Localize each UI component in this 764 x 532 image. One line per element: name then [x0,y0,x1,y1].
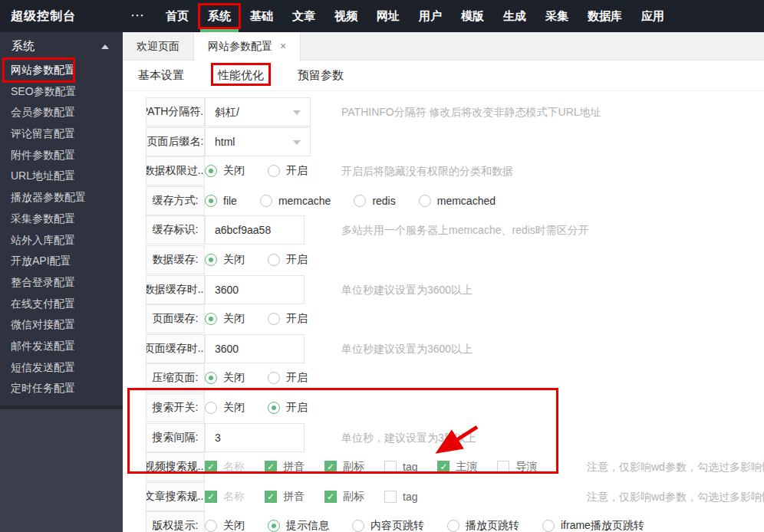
radio-redis[interactable]: redis [354,195,395,207]
topnav-item-应用[interactable]: 应用 [634,0,672,32]
more-icon[interactable]: ⋯ [130,0,146,32]
sidebar-item-短信发送配置[interactable]: 短信发送配置 [0,357,123,379]
topnav-item-生成[interactable]: 生成 [496,0,534,32]
sidebar-item-邮件发送配置[interactable]: 邮件发送配置 [0,336,123,357]
radio-icon [205,402,217,414]
topnav-item-首页[interactable]: 首页 [158,0,196,32]
sidebar-item-定时任务配置[interactable]: 定时任务配置 [0,378,123,399]
sidebar-item-整合登录配置[interactable]: 整合登录配置 [0,272,123,294]
field-hint: 注意，仅影响wd参数，勾选过多影响性能， [587,452,764,481]
checkbox-导演[interactable]: 导演 [497,460,537,474]
field-hint: 多站共用一个服务器上memcache、redis时需区分开 [341,215,589,245]
checkbox-label: 副标 [343,490,364,504]
topnav-item-视频[interactable]: 视频 [327,0,365,32]
sidebar-item-SEO参数配置[interactable]: SEO参数配置 [0,81,123,103]
select-PATH分隔符[interactable]: 斜杠/ [205,97,311,126]
radio-开启[interactable]: 开启 [268,371,308,385]
checkbox-label: 名称 [223,460,245,474]
sidebar-item-网站参数配置[interactable]: 网站参数配置 [0,60,123,81]
select-页面后缀名[interactable]: html [205,127,311,156]
tab-欢迎页面[interactable]: 欢迎页面 [123,32,194,61]
input-页面缓存时[interactable] [205,334,305,363]
sidebar-item-附件参数配置[interactable]: 附件参数配置 [0,145,123,166]
checkbox-tag[interactable]: tag [384,491,417,503]
radio-icon [205,520,217,532]
radio-关闭[interactable]: 关闭 [205,401,245,415]
checkbox-拼音[interactable]: ✓拼音 [265,490,305,504]
field-label: 页面缓存时... [146,334,205,363]
radio-label: 关闭 [223,164,245,178]
radio-label: 开启 [286,371,308,385]
top-navbar: 超级控制台 ⋯ 首页系统基础文章视频网址用户模版生成采集数据库应用 [0,0,764,32]
settings-subtabs: 基本设置性能优化预留参数 [123,61,764,91]
sidebar-item-开放API配置[interactable]: 开放API配置 [0,251,123,272]
radio-关闭[interactable]: 关闭 [205,371,245,385]
checkbox-名称[interactable]: ✓名称 [205,460,245,474]
sidebar-item-会员参数配置[interactable]: 会员参数配置 [0,102,123,123]
subtab-性能优化[interactable]: 性能优化 [218,68,264,83]
radio-播放页跳转[interactable]: 播放页跳转 [447,519,519,532]
sidebar-item-采集参数配置[interactable]: 采集参数配置 [0,209,123,230]
tab-网站参数配置[interactable]: 网站参数配置× [194,32,301,61]
form-row-文章搜索规: 文章搜索规...✓名称✓拼音✓副标tag注意，仅影响wd参数，勾选过多影响性能， [123,482,764,511]
checkbox-icon: ✓ [437,461,450,473]
topnav-item-用户[interactable]: 用户 [411,0,450,32]
radio-关闭[interactable]: 关闭 [205,164,245,178]
field-control [205,334,305,363]
input-搜索间隔[interactable] [205,423,305,452]
radio-icon [268,520,280,532]
input-缓存标识[interactable] [205,215,305,245]
field-hint: 单位秒，建议设置为3秒以上 [341,423,476,452]
radio-icon [268,165,280,177]
topnav-item-采集[interactable]: 采集 [538,0,576,32]
field-label: 搜索间隔: [146,423,205,452]
topnav-item-模版[interactable]: 模版 [453,0,492,32]
radio-开启[interactable]: 开启 [268,312,308,326]
radio-icon [542,520,555,532]
field-hint: 注意，仅影响wd参数，勾选过多影响性能， [587,482,764,511]
topnav-item-网址[interactable]: 网址 [369,0,407,32]
checkbox-拼音[interactable]: ✓拼音 [265,460,305,474]
subtab-基本设置[interactable]: 基本设置 [138,68,184,83]
radio-icon [260,195,272,207]
checkbox-名称[interactable]: ✓名称 [205,490,245,504]
sidebar-item-在线支付配置[interactable]: 在线支付配置 [0,294,123,315]
radio-开启[interactable]: 开启 [268,253,308,267]
radio-开启[interactable]: 开启 [268,164,308,178]
sidebar-item-播放器参数配置[interactable]: 播放器参数配置 [0,187,123,209]
radio-memcache[interactable]: memcache [260,195,331,207]
radio-iframe播放页跳转[interactable]: iframe播放页跳转 [542,519,644,532]
topnav-item-基础[interactable]: 基础 [242,0,281,32]
checkbox-副标[interactable]: ✓副标 [324,460,364,474]
radio-开启[interactable]: 开启 [268,401,308,415]
radio-提示信息[interactable]: 提示信息 [268,519,329,532]
sidebar-item-站外入库配置[interactable]: 站外入库配置 [0,230,123,251]
radio-关闭[interactable]: 关闭 [205,519,245,532]
sidebar-section-system[interactable]: 系统 [0,32,123,60]
sidebar-item-URL地址配置[interactable]: URL地址配置 [0,166,123,187]
radio-关闭[interactable]: 关闭 [205,253,245,267]
radio-内容页跳转[interactable]: 内容页跳转 [352,519,424,532]
field-label: 压缩页面: [146,363,205,392]
subtab-预留参数[interactable]: 预留参数 [298,68,344,83]
radio-icon [205,165,217,177]
form-row-缓存方式: 缓存方式:filememcacheredismemcached [123,186,764,215]
checkbox-副标[interactable]: ✓副标 [324,490,364,504]
close-icon[interactable]: × [280,40,286,52]
input-数据缓存时[interactable] [205,275,305,304]
radio-icon [205,254,217,266]
topnav-item-系统[interactable]: 系统 [200,0,239,32]
field-label: 数据权限过... [146,156,205,186]
sidebar-item-微信对接配置[interactable]: 微信对接配置 [0,314,123,336]
checkbox-主演[interactable]: ✓主演 [437,460,477,474]
form-row-搜索开关: 搜索开关:关闭开启 [123,393,764,422]
sidebar-item-评论留言配置[interactable]: 评论留言配置 [0,123,123,145]
checkbox-tag[interactable]: tag [384,461,417,473]
field-control: 斜杠/ [205,97,311,126]
topnav-item-数据库[interactable]: 数据库 [580,0,630,32]
radio-关闭[interactable]: 关闭 [205,312,245,326]
radio-memcached[interactable]: memcached [419,195,496,207]
radio-file[interactable]: file [205,195,237,207]
topnav-item-文章[interactable]: 文章 [285,0,323,32]
field-control: ✓名称✓拼音✓副标tag✓主演导演 [205,452,557,481]
